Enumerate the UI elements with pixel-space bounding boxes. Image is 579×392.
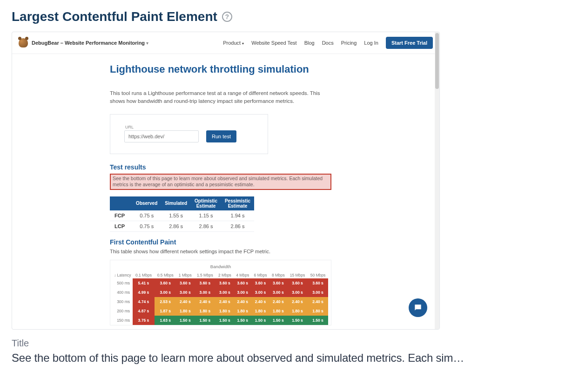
metrics-table: Observed Simulated Optimistic Estimate P… — [110, 196, 254, 232]
section-title: Largest Contentful Paint Element ? — [12, 9, 567, 24]
heatmap-row: 150 ms3.75 s1.63 s1.50 s1.50 s1.50 s1.50… — [113, 316, 328, 325]
scrollbar-thumb[interactable] — [435, 33, 439, 89]
table-row: LCP0.75 s2.86 s2.86 s2.86 s — [110, 221, 254, 231]
chat-widget-icon[interactable] — [409, 298, 427, 317]
brand-text[interactable]: DebugBear – Website Performance Monitori… — [32, 40, 145, 46]
url-label: URL — [125, 125, 254, 129]
inner-body: Lighthouse network throttling simulation… — [12, 54, 439, 325]
nav-pricing[interactable]: Pricing — [341, 40, 357, 46]
col-observed: Observed — [132, 196, 161, 210]
fcp-intro: This table shows how different network s… — [110, 249, 439, 254]
nav-docs[interactable]: Docs — [322, 40, 334, 46]
bandwidth-label: Bandwidth — [113, 264, 328, 269]
col-pessimistic: Pessimistic Estimate — [221, 196, 254, 210]
nav-links: Product ▾ Website Speed Test Blog Docs P… — [223, 37, 433, 49]
dropdown-caret-icon[interactable]: ▾ — [146, 41, 148, 46]
col-optimistic: Optimistic Estimate — [191, 196, 221, 210]
start-trial-button[interactable]: Start Free Trial — [386, 37, 433, 49]
debugbear-logo-icon[interactable] — [19, 38, 28, 47]
caption-label: Title — [12, 338, 567, 349]
nav-speedtest[interactable]: Website Speed Test — [251, 40, 296, 46]
help-icon[interactable]: ? — [222, 12, 232, 22]
caption-text: See the bottom of this page to learn mor… — [12, 351, 465, 365]
col-simulated: Simulated — [161, 196, 191, 210]
heatmap-row: 500 ms5.41 s3.60 s3.60 s3.60 s3.60 s3.60… — [113, 278, 328, 288]
url-input[interactable] — [124, 130, 199, 142]
inner-navbar: DebugBear – Website Performance Monitori… — [12, 32, 439, 54]
nav-login[interactable]: Log In — [364, 40, 378, 46]
url-card: URL Run test — [110, 114, 268, 154]
section-title-text: Largest Contentful Paint Element — [12, 9, 217, 24]
fcp-heatmap: Bandwidth ↓ Latency0.1 Mbps0.5 Mbps1 Mbp… — [110, 260, 331, 325]
lcp-screenshot: DebugBear – Website Performance Monitori… — [12, 32, 440, 330]
heatmap-row: 300 ms4.74 s2.53 s2.40 s2.40 s2.40 s2.40… — [113, 297, 328, 306]
chevron-down-icon: ▾ — [242, 41, 244, 46]
intro-text: This tool runs a Lighthouse performance … — [110, 89, 329, 106]
lcp-highlighted-element: See the bottom of this page to learn mor… — [110, 174, 331, 190]
nav-blog[interactable]: Blog — [304, 40, 315, 46]
table-row: FCP0.75 s1.55 s1.15 s1.94 s — [110, 210, 254, 221]
scrollbar-track[interactable] — [435, 32, 439, 329]
heatmap-row: 200 ms4.87 s1.87 s1.80 s1.80 s1.80 s1.80… — [113, 306, 328, 316]
fcp-heading: First Contentful Paint — [110, 238, 439, 246]
run-test-button[interactable]: Run test — [206, 130, 236, 142]
page-heading: Lighthouse network throttling simulation — [110, 63, 439, 75]
test-results-heading: Test results — [110, 163, 439, 171]
heatmap-row: 400 ms4.99 s3.00 s3.00 s3.00 s3.00 s3.00… — [113, 288, 328, 297]
nav-product[interactable]: Product ▾ — [223, 40, 244, 46]
